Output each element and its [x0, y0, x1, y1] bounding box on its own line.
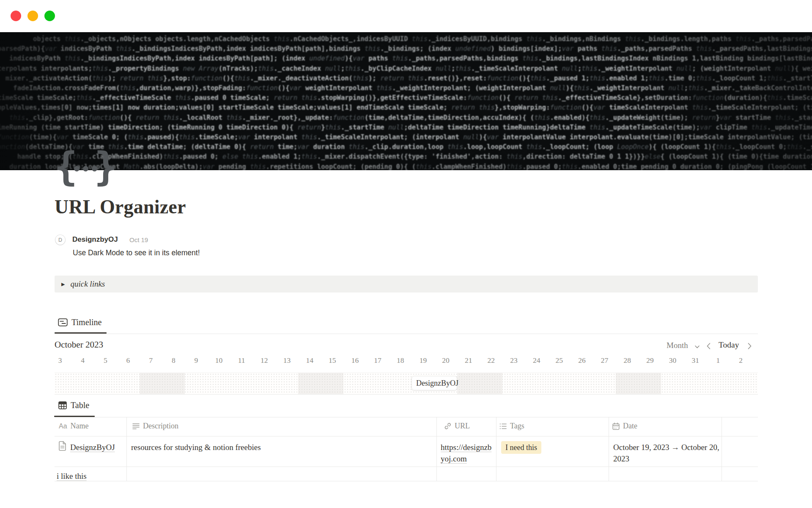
- table-cell-description-row1[interactable]: resources for studying & notion freebies: [131, 442, 261, 453]
- timeline-day-label: 7: [149, 356, 153, 365]
- link-property-icon: [444, 422, 451, 430]
- banner-code-line: sampleValues,times[0] now;times[1] now d…: [0, 103, 812, 113]
- col-divider-description-url: [436, 417, 437, 481]
- timeline-month-title: October 2023: [55, 340, 103, 350]
- timeline-day-label: 10: [215, 356, 223, 365]
- comment-author: DesignzbyOJ: [72, 235, 118, 244]
- timeline-item-label: DesignzByOJ: [416, 379, 458, 388]
- timeline-tabs-divider: [55, 334, 758, 334]
- column-header-description[interactable]: Description: [132, 422, 178, 431]
- avatar: D: [55, 235, 65, 245]
- timeline-day-label: 29: [646, 356, 654, 365]
- timeline-day-label: 23: [510, 356, 518, 365]
- timeline-day-label: 31: [691, 356, 699, 365]
- timeline-day-label: 4: [81, 356, 85, 365]
- timeline-day-label: 28: [624, 356, 631, 365]
- banner-code-line: interpolants interpolants;this._property…: [0, 64, 812, 74]
- table-view: Aa Name Description URL: [55, 417, 758, 481]
- timeline-day-label: 5: [104, 356, 107, 365]
- timeline-day-label: 19: [420, 356, 427, 365]
- banner-code-line: fadeInAction.crossFadeFrom(this,duration…: [0, 83, 812, 93]
- comment-date: Oct 19: [129, 236, 148, 243]
- timeline-day-label: 24: [533, 356, 540, 365]
- table-cell-date-row1[interactable]: October 19, 2023 → October 20, 2023: [613, 442, 720, 464]
- title-property-icon: Aa: [59, 422, 67, 430]
- close-window-button[interactable]: [11, 11, 21, 21]
- timeline-day-row: 3456789101112131415161718192021222324252…: [55, 356, 758, 366]
- column-header-date[interactable]: Date: [612, 422, 637, 431]
- timeline-day-label: 12: [261, 356, 268, 365]
- timeline-day-label: 3: [58, 356, 62, 365]
- col-divider-name-description: [126, 417, 127, 481]
- timeline-day-label: 6: [126, 356, 130, 365]
- timeline-today-button[interactable]: Today: [719, 340, 739, 350]
- banner-code: objects this._objects,nObjects objects.l…: [0, 34, 812, 170]
- timeline-day-label: 17: [374, 356, 381, 365]
- tab-table[interactable]: Table: [58, 400, 89, 410]
- banner-code-line: duration loopDelta;loopCount Math.abs(lo…: [0, 162, 812, 170]
- banner-code-line: this._clip},getRoot:function(){ return t…: [0, 113, 812, 123]
- timeline-prev-button[interactable]: [707, 343, 710, 349]
- comment-body: Use Dark Mode to see it in its element!: [73, 248, 200, 257]
- banner-code-line: function(time){var timeScale 0; (this.pa…: [0, 133, 812, 142]
- minimize-window-button[interactable]: [27, 11, 38, 21]
- toggle-arrow-icon[interactable]: ▶: [61, 282, 65, 287]
- timeline-day-label: 14: [306, 356, 313, 365]
- right-brace-glyph: }: [94, 146, 117, 188]
- timeline-day-label: 11: [238, 356, 245, 365]
- timeline-day-label: 27: [601, 356, 609, 365]
- banner-code-line: mixer._activateAction(this); return this…: [0, 74, 812, 83]
- banner-code-line: timeRunning (time startTime) timeDirecti…: [0, 123, 812, 133]
- timeline-day-label: 18: [397, 356, 404, 365]
- banner-code-line: function(deltaTime){var time this.time d…: [0, 142, 812, 152]
- tag-i-need-this[interactable]: I need this: [501, 441, 541, 454]
- table-cell-name-row1[interactable]: DesignzByOJ: [70, 442, 115, 453]
- timeline-scale-dropdown[interactable]: Month: [667, 341, 688, 350]
- quick-links-toggle[interactable]: ▶ quick links: [55, 276, 758, 293]
- col-divider-tags-date: [609, 417, 609, 481]
- timeline-next-button[interactable]: [748, 343, 752, 349]
- table-cell-name-row2[interactable]: i like this: [57, 470, 87, 482]
- timeline-day-label: 25: [556, 356, 563, 365]
- tab-timeline-active-underline: [55, 332, 107, 334]
- chevron-down-icon[interactable]: [695, 345, 700, 348]
- multiselect-property-icon: [499, 423, 507, 430]
- timeline-day-label: 2: [739, 356, 743, 365]
- timeline-day-label: 1: [716, 356, 720, 365]
- column-header-name[interactable]: Aa Name: [59, 422, 89, 431]
- banner-code-line: handle stop; (this.clampWhenFinished)thi…: [0, 152, 812, 162]
- page-file-icon: [58, 441, 66, 451]
- table-view-icon: [58, 401, 67, 409]
- timeline-day-label: 13: [283, 356, 291, 365]
- banner-code-line: objects this._objects,nObjects objects.l…: [0, 34, 812, 44]
- weekend-stripe-oct-28-29: [616, 373, 661, 394]
- timeline-item-designzbyoj[interactable]: DesignzByOJ: [411, 376, 457, 390]
- calendar-property-icon: [612, 422, 620, 430]
- banner-code-line: timeScale timeScale;this._effectiveTimeS…: [0, 93, 812, 103]
- row2-bottom-border: [55, 481, 758, 481]
- column-header-url[interactable]: URL: [444, 422, 470, 431]
- column-header-tags[interactable]: Tags: [499, 422, 524, 431]
- row1-bottom-border: [55, 467, 758, 467]
- banner-code-line: indicesByPath this._bindingsIndicesByPat…: [0, 54, 812, 64]
- tab-timeline-label: Timeline: [71, 318, 102, 327]
- timeline-day-label: 30: [669, 356, 677, 365]
- table-cell-url-row1[interactable]: https://designzbyoj.com: [441, 442, 493, 464]
- timeline-view-icon: [58, 318, 68, 326]
- page-title: URL Organizer: [55, 196, 186, 218]
- page-icon-curly-braces[interactable]: { }: [54, 146, 118, 188]
- timeline-lane: DesignzByOJ: [55, 373, 758, 395]
- tab-timeline[interactable]: Timeline: [58, 318, 102, 327]
- quick-links-label: quick links: [70, 279, 105, 289]
- tab-table-label: Table: [71, 400, 89, 410]
- zoom-window-button[interactable]: [44, 11, 55, 21]
- timeline-day-label: 22: [488, 356, 495, 365]
- tab-table-active-underline: [54, 416, 95, 417]
- timeline-day-label: 26: [578, 356, 586, 365]
- cover-image: objects this._objects,nObjects objects.l…: [0, 32, 812, 170]
- weekend-stripe-oct-21-22: [457, 373, 502, 394]
- col-divider-url-tags: [496, 417, 497, 481]
- timeline-day-label: 16: [351, 356, 359, 365]
- header-bottom-border: [55, 436, 758, 436]
- timeline-day-label: 21: [465, 356, 472, 365]
